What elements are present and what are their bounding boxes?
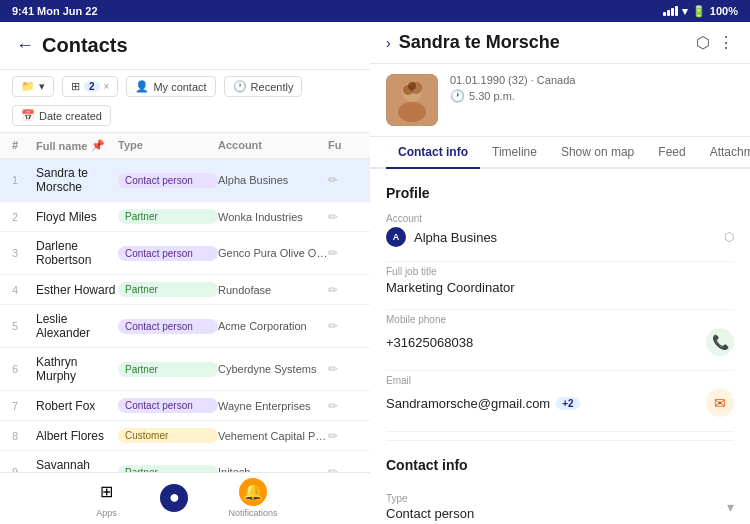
detail-tabs: Contact info Timeline Show on map Feed A… bbox=[370, 137, 750, 169]
contact-row[interactable]: 3 Darlene Robertson Contact person Genco… bbox=[0, 232, 370, 275]
row-num: 1 bbox=[12, 174, 36, 186]
tab-feed[interactable]: Feed bbox=[646, 137, 697, 169]
filter-recently[interactable]: 🕐 Recently bbox=[224, 76, 303, 97]
nav-notifications[interactable]: 🔔 Notifications bbox=[228, 478, 277, 518]
detail-header: › Sandra te Morsche ⬡ ⋮ bbox=[370, 22, 750, 64]
type-badge: Contact person bbox=[118, 246, 218, 261]
calendar-icon: 📅 bbox=[21, 109, 35, 122]
row-num: 8 bbox=[12, 430, 36, 442]
contact-name: Sandra te Morsche bbox=[36, 166, 118, 194]
mobile-field: Mobile phone +31625068038 📞 bbox=[386, 314, 734, 356]
edit-icon[interactable]: ✏ bbox=[328, 283, 358, 297]
email-row: Sandramorsche@gmail.com +2 ✉ bbox=[386, 389, 734, 417]
job-title-label: Full job title bbox=[386, 266, 734, 277]
table-header: # Full name 📌 Type Account Fu bbox=[0, 133, 370, 159]
status-time: 9:41 Mon Jun 22 bbox=[12, 5, 98, 17]
avatar-placeholder bbox=[386, 74, 438, 126]
type-field-container: Type Contact person bbox=[386, 493, 474, 521]
edit-icon[interactable]: ✏ bbox=[328, 210, 358, 224]
account-name: Alpha Busines bbox=[218, 174, 328, 186]
account-name: Cyberdyne Systems bbox=[218, 363, 328, 375]
nav-apps[interactable]: ⊞ Apps bbox=[92, 478, 120, 518]
filter-date[interactable]: 📅 Date created bbox=[12, 105, 111, 126]
mobile-row: +31625068038 📞 bbox=[386, 328, 734, 356]
type-label: Type bbox=[386, 493, 474, 504]
account-name: Alpha Busines bbox=[414, 230, 497, 245]
filter-mycontact[interactable]: 👤 My contact bbox=[126, 76, 215, 97]
email-button[interactable]: ✉ bbox=[706, 389, 734, 417]
account-external-link[interactable]: ⬡ bbox=[724, 230, 734, 244]
divider-2 bbox=[386, 309, 734, 310]
edit-icon[interactable]: ✏ bbox=[328, 319, 358, 333]
nav-home[interactable]: ● bbox=[160, 484, 188, 512]
filter-clear[interactable]: × bbox=[104, 81, 110, 92]
contact-row[interactable]: 1 Sandra te Morsche Contact person Alpha… bbox=[0, 159, 370, 202]
detail-header-actions: ⬡ ⋮ bbox=[696, 33, 734, 52]
type-badge: Contact person bbox=[118, 398, 218, 413]
edit-icon[interactable]: ✏ bbox=[328, 429, 358, 443]
apps-icon: ⊞ bbox=[92, 478, 120, 506]
email-label: Email bbox=[386, 375, 734, 386]
contact-name: Floyd Miles bbox=[36, 210, 118, 224]
job-title-value: Marketing Coordinator bbox=[386, 280, 734, 295]
edit-icon[interactable]: ✏ bbox=[328, 246, 358, 260]
account-name: Wayne Enterprises bbox=[218, 400, 328, 412]
type-select[interactable]: Type Contact person ▾ bbox=[386, 485, 734, 524]
nav-apps-label: Apps bbox=[96, 508, 117, 518]
mobile-label: Mobile phone bbox=[386, 314, 734, 325]
contact-row[interactable]: 6 Kathryn Murphy Partner Cyberdyne Syste… bbox=[0, 348, 370, 391]
account-name: Acme Corporation bbox=[218, 320, 328, 332]
tab-show-on-map[interactable]: Show on map bbox=[549, 137, 646, 169]
col-name: Full name 📌 bbox=[36, 139, 118, 152]
email-field: Email Sandramorsche@gmail.com +2 ✉ bbox=[386, 375, 734, 417]
signal-icon bbox=[663, 6, 678, 16]
filter-folder-arrow: ▾ bbox=[39, 80, 45, 93]
type-chevron-icon: ▾ bbox=[727, 499, 734, 515]
account-name: Wonka Industries bbox=[218, 211, 328, 223]
account-name: Vehement Capital Partners bbox=[218, 430, 328, 442]
filter-bar: 📁 ▾ ⊞ 2 × 👤 My contact 🕐 Recently 📅 Date… bbox=[0, 70, 370, 133]
contact-row[interactable]: 4 Esther Howard Partner Rundofase ✏ bbox=[0, 275, 370, 305]
call-button[interactable]: 📞 bbox=[706, 328, 734, 356]
main-container: ← Contacts 📁 ▾ ⊞ 2 × 👤 My contact 🕐 Rece… bbox=[0, 22, 750, 524]
filter-icon: ⊞ bbox=[71, 80, 80, 93]
more-options-button[interactable]: ⋮ bbox=[718, 33, 734, 52]
detail-header-left: › Sandra te Morsche bbox=[386, 32, 560, 53]
col-num: # bbox=[12, 139, 36, 152]
contact-row[interactable]: 2 Floyd Miles Partner Wonka Industries ✏ bbox=[0, 202, 370, 232]
contact-name: Esther Howard bbox=[36, 283, 118, 297]
account-dot: A bbox=[386, 227, 406, 247]
contact-row[interactable]: 8 Albert Flores Customer Vehement Capita… bbox=[0, 421, 370, 451]
edit-icon[interactable]: ✏ bbox=[328, 173, 358, 187]
clock-icon: 🕐 bbox=[233, 80, 247, 93]
pin-icon: 📌 bbox=[91, 139, 105, 152]
tab-timeline[interactable]: Timeline bbox=[480, 137, 549, 169]
status-bar: 9:41 Mon Jun 22 ▾ 🔋 100% bbox=[0, 0, 750, 22]
external-link-button[interactable]: ⬡ bbox=[696, 33, 710, 52]
row-num: 5 bbox=[12, 320, 36, 332]
contact-name: Albert Flores bbox=[36, 429, 118, 443]
account-field: Account A Alpha Busines ⬡ bbox=[386, 213, 734, 247]
tab-attachments[interactable]: Attachments bbox=[698, 137, 750, 169]
breadcrumb-arrow: › bbox=[386, 35, 391, 51]
avatar bbox=[386, 74, 438, 126]
edit-icon[interactable]: ✏ bbox=[328, 362, 358, 376]
col-type: Type bbox=[118, 139, 218, 152]
battery-icon: 🔋 bbox=[692, 5, 706, 18]
filter-count[interactable]: ⊞ 2 × bbox=[62, 76, 118, 97]
bottom-nav: ⊞ Apps ● 🔔 Notifications bbox=[0, 472, 370, 524]
folder-icon: 📁 bbox=[21, 80, 35, 93]
left-panel: ← Contacts 📁 ▾ ⊞ 2 × 👤 My contact 🕐 Rece… bbox=[0, 22, 370, 524]
email-value: Sandramorsche@gmail.com bbox=[386, 396, 550, 411]
back-button[interactable]: ← bbox=[16, 35, 34, 56]
divider-4 bbox=[386, 431, 734, 432]
contact-row[interactable]: 7 Robert Fox Contact person Wayne Enterp… bbox=[0, 391, 370, 421]
account-name: Rundofase bbox=[218, 284, 328, 296]
type-badge: Contact person bbox=[118, 173, 218, 188]
contact-row[interactable]: 5 Leslie Alexander Contact person Acme C… bbox=[0, 305, 370, 348]
nav-notifications-label: Notifications bbox=[228, 508, 277, 518]
edit-icon[interactable]: ✏ bbox=[328, 399, 358, 413]
page-title: Contacts bbox=[42, 34, 128, 57]
filter-folder[interactable]: 📁 ▾ bbox=[12, 76, 54, 97]
tab-contact-info[interactable]: Contact info bbox=[386, 137, 480, 169]
